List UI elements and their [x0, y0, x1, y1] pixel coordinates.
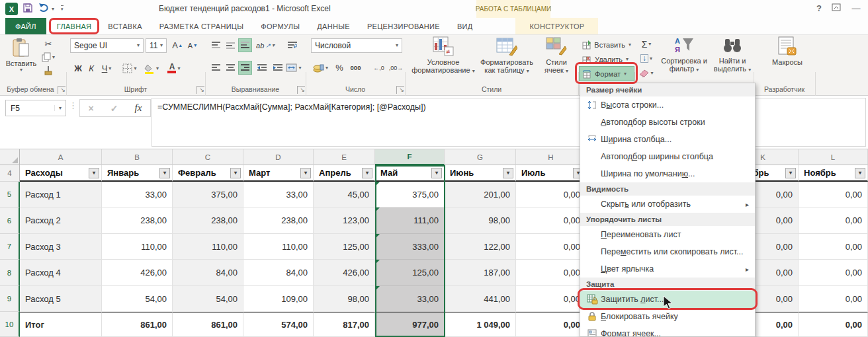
cell-H8[interactable]: 0,00 — [516, 260, 586, 286]
cell-D5[interactable]: 33,00 — [243, 182, 314, 207]
cell-L6[interactable]: 0,00 — [799, 207, 868, 234]
filter-button[interactable]: ▾ — [855, 168, 865, 178]
cell-L8[interactable]: 0,00 — [799, 260, 868, 286]
decrease-indent-button[interactable] — [254, 61, 269, 75]
menu-item-default-width[interactable]: Ширина по умолчанию... — [580, 165, 755, 182]
column-header-B[interactable]: B — [102, 149, 173, 165]
excel-logo-icon[interactable]: X — [5, 3, 18, 15]
clear-button[interactable]: ▾ — [636, 67, 656, 79]
cell-A8[interactable]: Расход 4 — [20, 260, 102, 286]
undo-dropdown-arrow[interactable]: ▾ — [52, 7, 54, 12]
paste-button[interactable]: Вставить ▾ — [4, 38, 38, 81]
autosum-button[interactable]: Σ▾ — [636, 38, 656, 50]
cell-E8[interactable]: 426,00 — [314, 260, 375, 286]
table-header-cell-F[interactable]: Май▾ — [375, 165, 445, 182]
cancel-icon[interactable]: × — [89, 103, 94, 114]
menu-item-autofit-row-height[interactable]: Автоподбор высоты строки — [580, 114, 755, 131]
bold-button[interactable]: Ж — [71, 61, 85, 75]
minimize-icon[interactable]: — — [849, 3, 863, 13]
column-header-A[interactable]: A — [20, 149, 102, 165]
row-header-9[interactable]: 9 — [0, 286, 20, 312]
menu-item-move-copy-sheet[interactable]: Переместить или скопировать лист... — [580, 243, 755, 260]
font-family-select[interactable]: Segoe UI ▾ — [70, 38, 144, 53]
name-box-dropdown-arrow[interactable]: ▾ — [54, 105, 65, 111]
increase-indent-button[interactable] — [270, 61, 285, 75]
table-header-cell-C[interactable]: Февраль▾ — [173, 165, 243, 182]
cell-F9[interactable]: 33,00 — [375, 286, 445, 312]
cell-C6[interactable]: 238,00 — [173, 207, 243, 234]
row-header-4[interactable]: 4 — [0, 165, 20, 182]
cell-C10[interactable]: 861,00 — [173, 312, 243, 337]
table-header-cell-A[interactable]: Расходы▾ — [20, 165, 102, 182]
filter-button[interactable]: ▾ — [785, 168, 796, 178]
cell-B10[interactable]: 861,00 — [102, 312, 173, 337]
cell-F10[interactable]: 977,00 — [375, 312, 445, 337]
format-as-table-button[interactable]: Форматировать как таблицу ▾ — [480, 36, 533, 83]
cell-G6[interactable]: 98,00 — [445, 207, 516, 234]
table-header-cell-L[interactable]: Ноябрь▾ — [799, 165, 868, 182]
tab-insert[interactable]: ВСТАВКА — [99, 18, 150, 34]
align-bottom-button[interactable] — [238, 38, 252, 52]
cell-A6[interactable]: Расход 2 — [20, 207, 102, 234]
copy-button[interactable]: ▾ — [40, 52, 57, 63]
column-header-E[interactable]: E — [314, 149, 375, 165]
font-color-button[interactable]: А ▾ — [164, 61, 184, 75]
cell-D9[interactable]: 109,00 — [243, 286, 314, 312]
menu-item-hide-unhide[interactable]: Скрыть или отобразить▸ — [580, 196, 755, 213]
cell-F7[interactable]: 333,00 — [375, 234, 445, 260]
percent-style-button[interactable]: % — [333, 61, 346, 75]
filter-button[interactable]: ▾ — [431, 168, 442, 178]
cell-G5[interactable]: 201,00 — [445, 182, 516, 207]
cell-H5[interactable]: 0,00 — [516, 182, 586, 207]
decrease-decimal-button[interactable]: ,00→ — [388, 61, 404, 75]
cell-D6[interactable]: 238,00 — [243, 207, 314, 234]
cell-E9[interactable]: 98,00 — [314, 286, 375, 312]
cell-B7[interactable]: 110,00 — [102, 234, 173, 260]
table-header-cell-B[interactable]: Январь▾ — [102, 165, 173, 182]
macros-button[interactable]: Макросы — [760, 36, 815, 77]
cell-A5[interactable]: Расход 1 — [20, 182, 102, 207]
tab-home[interactable]: ГЛАВНАЯ — [49, 18, 100, 34]
underline-button[interactable]: Ч▾ — [98, 61, 115, 75]
cell-D7[interactable]: 110,00 — [243, 234, 314, 260]
borders-button[interactable]: ▾ — [120, 61, 139, 75]
column-header-G[interactable]: G — [445, 149, 516, 165]
filter-button[interactable]: ▾ — [362, 168, 372, 178]
cell-G9[interactable]: 441,00 — [445, 286, 516, 312]
align-right-button[interactable] — [238, 61, 252, 75]
row-header-7[interactable]: 7 — [0, 234, 20, 260]
table-header-cell-G[interactable]: Июнь▾ — [445, 165, 516, 182]
cell-E10[interactable]: 817,00 — [314, 312, 375, 337]
customize-quick-access-icon[interactable]: ▾ — [61, 5, 64, 12]
menu-item-format-cells[interactable]: Формат ячеек... — [580, 325, 755, 337]
filter-button[interactable]: ▾ — [89, 168, 99, 178]
tab-formulas[interactable]: ФОРМУЛЫ — [252, 18, 308, 34]
cell-H6[interactable]: 0,00 — [516, 207, 586, 234]
fill-button[interactable]: ↓▾ — [636, 52, 656, 65]
italic-button[interactable]: К — [85, 61, 97, 75]
cell-H10[interactable]: 0,00 — [516, 312, 586, 337]
menu-item-column-width[interactable]: Ширина столбца... — [580, 131, 755, 148]
column-header-H[interactable]: H — [516, 149, 586, 165]
row-header-8[interactable]: 8 — [0, 260, 20, 286]
tab-data[interactable]: ДАННЫЕ — [308, 18, 359, 34]
cell-C9[interactable]: 54,00 — [173, 286, 243, 312]
column-header-L[interactable]: L — [799, 149, 868, 165]
filter-button[interactable]: ▾ — [159, 168, 170, 178]
cell-G7[interactable]: 122,00 — [445, 234, 516, 260]
cell-B5[interactable]: 33,00 — [102, 182, 173, 207]
cell-E7[interactable]: 125,00 — [314, 234, 375, 260]
formula-input[interactable]: =СУММЕСЛИМН(РасхМай[Сумма]; РасхМай[Кате… — [152, 98, 866, 147]
font-dialog-launcher[interactable]: ↘ — [196, 86, 204, 94]
row-header-6[interactable]: 6 — [0, 207, 20, 234]
cell-B8[interactable]: 426,00 — [102, 260, 173, 286]
column-header-C[interactable]: C — [173, 149, 243, 165]
cell-F5[interactable]: 375,00 — [375, 182, 445, 207]
table-header-cell-D[interactable]: Март▾ — [243, 165, 314, 182]
number-dialog-launcher[interactable]: ↘ — [396, 86, 404, 94]
filter-button[interactable]: ▾ — [300, 168, 311, 178]
insert-function-icon[interactable]: fx — [135, 102, 142, 114]
shrink-font-button[interactable]: А▾ — [185, 38, 199, 52]
cell-B9[interactable]: 54,00 — [102, 286, 173, 312]
accounting-format-button[interactable]: ▾ — [310, 61, 331, 75]
